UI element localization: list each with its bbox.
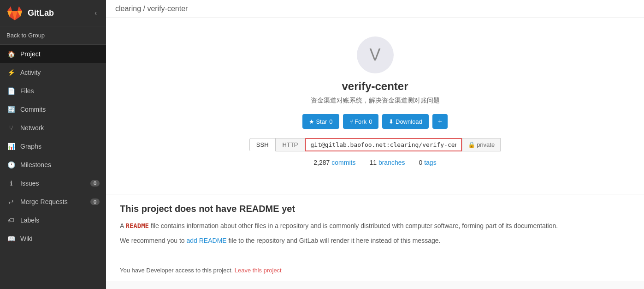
commits-link[interactable]: 2,287 commits xyxy=(313,159,355,166)
fork-button[interactable]: ⑂ Fork 0 xyxy=(343,114,379,129)
sidebar-item-label: Project xyxy=(20,50,41,58)
developer-notice: You have Developer access to this projec… xyxy=(106,259,644,281)
commits-label: commits xyxy=(331,159,355,166)
branches-count: 11 xyxy=(369,159,377,166)
files-icon: 📄 xyxy=(6,86,16,96)
clone-url-input[interactable] xyxy=(305,138,462,151)
sidebar-item-project[interactable]: 🏠 Project xyxy=(0,45,106,63)
branches-label: branches xyxy=(378,159,405,166)
private-label: 🔒 private xyxy=(462,138,501,151)
sidebar-item-milestones[interactable]: 🕐 Milestones xyxy=(0,156,106,174)
sidebar-item-label: Labels xyxy=(20,217,39,224)
sidebar-item-label: Issues xyxy=(20,180,39,187)
branches-stat: 11 branches xyxy=(369,159,405,166)
breadcrumb-project-link[interactable]: verify-center xyxy=(147,5,188,12)
commits-count: 2,287 xyxy=(313,159,330,166)
stats-bar: 2,287 commits 11 branches 0 tags xyxy=(313,159,436,166)
fork-count: 0 xyxy=(369,118,372,125)
tags-count: 0 xyxy=(419,159,422,166)
sidebar-item-merge-requests[interactable]: ⇄ Merge Requests 0 xyxy=(0,193,106,211)
breadcrumb-group-link[interactable]: clearing xyxy=(115,5,141,12)
readme-line2-prefix: We recommend you to xyxy=(120,237,186,244)
sidebar-item-activity[interactable]: ⚡ Activity xyxy=(0,63,106,82)
plus-label: + xyxy=(438,117,442,126)
sidebar-item-label: Milestones xyxy=(20,161,51,169)
sidebar-item-network[interactable]: ⑂ Network xyxy=(0,119,106,137)
readme-line1: A README file contains information about… xyxy=(120,221,630,232)
collapse-sidebar-button[interactable]: ‹ xyxy=(92,8,100,18)
leave-project-link[interactable]: Leave this project xyxy=(235,267,282,274)
add-button[interactable]: + xyxy=(432,114,448,129)
merge-requests-badge: 0 xyxy=(90,199,100,205)
developer-prefix: You have Developer access to this projec… xyxy=(120,267,235,274)
sidebar-header: GitLab ‹ xyxy=(0,0,106,26)
project-avatar: V xyxy=(357,36,394,73)
merge-requests-icon: ⇄ xyxy=(6,197,16,206)
app-title: GitLab xyxy=(28,8,54,18)
readme-title: This project does not have README yet xyxy=(120,204,630,214)
sidebar-item-commits[interactable]: 🔄 Commits xyxy=(0,100,106,119)
breadcrumb-separator: / xyxy=(143,5,145,12)
readme-badge: README xyxy=(125,222,149,229)
sidebar-item-label: Wiki xyxy=(20,235,32,242)
top-bar: clearing / verify-center xyxy=(106,0,644,18)
sidebar-item-label: Merge Requests xyxy=(20,198,68,205)
readme-section: This project does not have README yet A … xyxy=(106,194,644,259)
sidebar: GitLab ‹ Back to Group 🏠 Project ⚡ Activ… xyxy=(0,0,106,289)
back-to-group-label: Back to Group xyxy=(6,32,45,39)
branches-link[interactable]: 11 branches xyxy=(369,159,405,166)
activity-icon: ⚡ xyxy=(6,68,16,77)
download-button[interactable]: ⬇ Download xyxy=(382,114,428,129)
tags-label: tags xyxy=(424,159,436,166)
star-button[interactable]: ★ Star 0 xyxy=(302,114,339,129)
readme-line1-suffix: file contains information about other fi… xyxy=(149,222,558,229)
wiki-icon: 📖 xyxy=(6,234,16,243)
star-count: 0 xyxy=(329,118,332,125)
issues-icon: ℹ xyxy=(6,179,16,188)
clone-bar: SSH HTTP 🔒 private xyxy=(249,138,501,151)
sidebar-item-label: Graphs xyxy=(20,143,41,150)
issues-badge: 0 xyxy=(90,180,100,187)
project-header: V verify-center 资金渠道对账系统，解决资金渠道测对账问题 ★ S… xyxy=(120,27,630,185)
readme-line1-prefix: A xyxy=(120,222,125,229)
ssh-tab[interactable]: SSH xyxy=(249,138,276,151)
download-label: ⬇ Download xyxy=(389,118,422,125)
gitlab-logo-icon xyxy=(6,5,23,21)
action-buttons: ★ Star 0 ⑂ Fork 0 ⬇ Download + xyxy=(302,114,448,129)
home-icon: 🏠 xyxy=(6,49,16,59)
sidebar-item-label: Network xyxy=(20,124,44,132)
avatar-letter: V xyxy=(369,45,380,65)
sidebar-nav: 🏠 Project ⚡ Activity 📄 Files 🔄 Commits ⑂… xyxy=(0,45,106,248)
graphs-icon: 📊 xyxy=(6,142,16,151)
star-label: ★ Star xyxy=(309,118,327,125)
commits-stat: 2,287 commits xyxy=(313,159,355,166)
commits-icon: 🔄 xyxy=(6,105,16,114)
http-tab[interactable]: HTTP xyxy=(276,138,305,151)
add-readme-link[interactable]: add README xyxy=(186,237,226,244)
project-main: V verify-center 资金渠道对账系统，解决资金渠道测对账问题 ★ S… xyxy=(106,18,644,194)
main-content: clearing / verify-center V verify-center… xyxy=(106,0,644,289)
sidebar-item-labels[interactable]: 🏷 Labels xyxy=(0,211,106,229)
milestones-icon: 🕐 xyxy=(6,160,16,169)
project-name: verify-center xyxy=(342,80,408,93)
readme-line2: We recommend you to add README file to t… xyxy=(120,235,630,247)
tags-link[interactable]: 0 tags xyxy=(419,159,436,166)
sidebar-item-label: Activity xyxy=(20,69,41,76)
sidebar-item-label: Files xyxy=(20,87,34,95)
sidebar-item-issues[interactable]: ℹ Issues 0 xyxy=(0,174,106,193)
labels-icon: 🏷 xyxy=(6,216,16,225)
back-to-group-link[interactable]: Back to Group xyxy=(0,26,106,45)
project-description: 资金渠道对账系统，解决资金渠道测对账问题 xyxy=(311,96,440,105)
network-icon: ⑂ xyxy=(6,123,16,132)
sidebar-item-label: Commits xyxy=(20,106,46,113)
sidebar-item-wiki[interactable]: 📖 Wiki xyxy=(0,229,106,248)
sidebar-item-files[interactable]: 📄 Files xyxy=(0,82,106,100)
sidebar-item-graphs[interactable]: 📊 Graphs xyxy=(0,137,106,156)
tags-stat: 0 tags xyxy=(419,159,436,166)
fork-label: ⑂ Fork xyxy=(349,118,367,125)
readme-line2-suffix: file to the repository and GitLab will r… xyxy=(227,237,441,244)
